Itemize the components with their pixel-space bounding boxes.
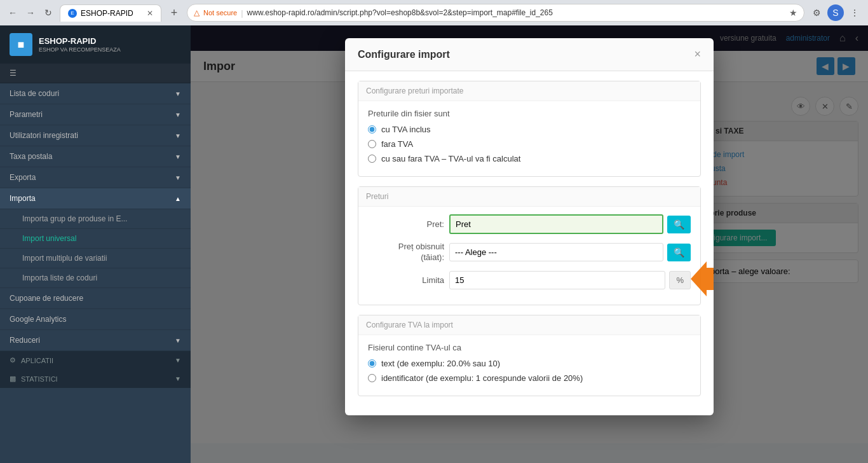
pret-search-button[interactable]: 🔍 (667, 216, 691, 233)
sidebar-item-label: Reduceri (10, 336, 40, 345)
browser-tab[interactable]: E ESHOP-RAPID ✕ (60, 4, 161, 22)
tab-favicon: E (68, 9, 77, 18)
modal-body: Configurare preturi importate Preturile … (345, 71, 714, 415)
radio-tva-identificator-input[interactable] (368, 374, 376, 382)
hamburger-icon: ☰ (10, 69, 17, 78)
section3-title: Configurare TVA la import (358, 315, 700, 335)
sidebar-sub-item-importa-liste[interactable]: Importa liste de coduri (0, 268, 191, 288)
sidebar-item-label: Utilizatori inregistrati (10, 131, 78, 140)
sidebar-item-taxa-postala[interactable]: Taxa postala ▼ (0, 146, 191, 167)
reload-button[interactable]: ↻ (41, 5, 56, 20)
radio-fara-tva-label: fara TVA (381, 139, 413, 149)
radio-cu-sau-fara-tva-label: cu sau fara TVA – TVA-ul va fi calculat (381, 154, 520, 163)
modal-overlay: Configurare import × Configurare preturi… (191, 25, 868, 463)
section-label: Aplicatii (21, 357, 53, 364)
sidebar-toggle[interactable]: ☰ (0, 64, 191, 83)
pret-label: Pret: (368, 219, 444, 229)
radio-fara-tva[interactable]: fara TVA (368, 139, 691, 149)
sidebar-sub-item-import-universal[interactable]: Import universal (0, 229, 191, 249)
sidebar-item-importa[interactable]: Importa ▲ (0, 188, 191, 209)
radio-cu-tva-input[interactable] (368, 125, 376, 134)
bookmark-icon[interactable]: ★ (789, 8, 797, 18)
pret-select[interactable]: PretPret1Pret2 (449, 214, 663, 234)
sub-item-label: Import multiplu de variatii (22, 254, 107, 263)
gear-icon: ⚙ (10, 356, 16, 364)
svg-marker-0 (691, 261, 714, 296)
radio-group-preturi: cu TVA inclus fara TVA cu sau fara TVA –… (368, 125, 691, 163)
sidebar-item-cupoane[interactable]: Cupoane de reducere (0, 288, 191, 309)
radio-fara-tva-input[interactable] (368, 140, 376, 148)
section1-body: Preturile din fisier sunt cu TVA inclus … (358, 101, 700, 176)
section3-body: Fisierul contine TVA-ul ca text (de exem… (358, 335, 700, 396)
forward-button[interactable]: → (23, 5, 38, 20)
pret-obisnuit-select[interactable]: --- Alege --- (449, 243, 663, 261)
radio-tva-text[interactable]: text (de exemplu: 20.0% sau 10) (368, 359, 691, 368)
section-label: Statistici (21, 375, 58, 383)
sidebar-item-label: Taxa postala (10, 152, 52, 161)
sidebar-item-parametri[interactable]: Parametri ▼ (0, 104, 191, 125)
radio-group-tva: text (de exemplu: 20.0% sau 10) identifi… (368, 359, 691, 383)
chevron-icon: ▼ (175, 111, 181, 118)
modal-header: Configurare import × (345, 38, 714, 71)
chevron-icon: ▼ (175, 337, 181, 344)
sidebar-item-exporta[interactable]: Exporta ▼ (0, 167, 191, 188)
extensions-button[interactable]: ⚙ (808, 4, 825, 21)
chevron-icon: ▼ (175, 90, 181, 97)
tab-close-button[interactable]: ✕ (147, 9, 153, 18)
sub-item-label: Import universal (22, 234, 76, 243)
configurare-import-modal: Configurare import × Configurare preturi… (345, 38, 714, 415)
logo-text: ESHOP-RAPID (39, 36, 121, 46)
section2-title: Preturi (358, 187, 700, 207)
chevron-icon: ▼ (175, 357, 181, 364)
pret-control: PretPret1Pret2 🔍 (449, 214, 691, 234)
radio-cu-sau-fara-tva-input[interactable] (368, 155, 376, 163)
preturi-section: Preturi Pret: PretPret1Pret2 🔍 (358, 186, 701, 305)
pret-obisnuit-label: Preț obisnuit(tăiat): (368, 242, 444, 263)
chevron-icon: ▼ (175, 375, 181, 382)
pret-obisnuit-search-button[interactable]: 🔍 (667, 244, 691, 261)
address-bar[interactable]: △ Not secure | www.eshop-rapid.ro/admin/… (187, 4, 804, 22)
sidebar: ■ ESHOP-RAPID ESHOP VA RECOMPENSEAZA ☰ L… (0, 25, 191, 463)
sidebar-item-lista-coduri[interactable]: Lista de coduri ▼ (0, 83, 191, 104)
radio-cu-sau-fara-tva[interactable]: cu sau fara TVA – TVA-ul va fi calculat (368, 154, 691, 163)
pret-obisnuit-control: --- Alege --- 🔍 (449, 243, 691, 261)
sidebar-item-label: Parametri (10, 110, 43, 119)
fisier-label: Fisierul contine TVA-ul ca (368, 343, 691, 352)
sidebar-item-utilizatori[interactable]: Utilizatori inregistrati ▼ (0, 125, 191, 146)
browser-chrome: ← → ↻ E ESHOP-RAPID ✕ + △ Not secure | w… (0, 0, 868, 25)
new-tab-button[interactable]: + (165, 4, 183, 22)
back-button[interactable]: ← (5, 5, 20, 20)
sidebar-item-label: Importa (10, 194, 36, 203)
chevron-up-icon: ▲ (175, 195, 181, 202)
modal-close-button[interactable]: × (694, 48, 701, 61)
sidebar-item-label: Cupoane de reducere (10, 294, 83, 303)
radio-cu-tva[interactable]: cu TVA inclus (368, 125, 691, 134)
logo-text-wrap: ESHOP-RAPID ESHOP VA RECOMPENSEAZA (39, 36, 121, 53)
chart-icon: ▩ (10, 375, 16, 383)
limita-input[interactable]: 15 (449, 271, 665, 289)
radio-tva-identificator-label: identificator (de exemplu: 1 corespunde … (381, 373, 583, 383)
sidebar-sub-item-importa-grup[interactable]: Importa grup de produse in E... (0, 209, 191, 229)
menu-button[interactable]: ⋮ (846, 4, 863, 21)
sidebar-item-label: Exporta (10, 173, 36, 182)
prices-label: Preturile din fisier sunt (368, 109, 691, 118)
arrow-annotation (691, 261, 714, 298)
browser-nav-buttons: ← → ↻ (5, 5, 56, 20)
sidebar-section-statistici: ▩ Statistici ▼ (0, 370, 191, 388)
main-content: versiune gratuita administrator ⌂ ‹ Impo… (191, 25, 868, 463)
limita-control: 15 % (449, 271, 691, 289)
radio-cu-tva-label: cu TVA inclus (381, 125, 431, 134)
profile-button[interactable]: S (827, 4, 844, 21)
logo-icon: ■ (10, 33, 32, 56)
sidebar-item-label: Lista de coduri (10, 89, 59, 98)
sidebar-item-google-analytics[interactable]: Google Analytics (0, 309, 191, 330)
orange-arrow-svg (691, 261, 714, 296)
radio-tva-text-input[interactable] (368, 359, 376, 368)
limita-row: Limita 15 % (368, 271, 691, 289)
sidebar-sub-item-import-multiplu[interactable]: Import multiplu de variatii (0, 249, 191, 268)
modal-title: Configurare import (358, 49, 450, 60)
radio-tva-identificator[interactable]: identificator (de exemplu: 1 corespunde … (368, 373, 691, 383)
radio-tva-text-label: text (de exemplu: 20.0% sau 10) (381, 359, 500, 368)
logo-sub: ESHOP VA RECOMPENSEAZA (39, 46, 121, 53)
sidebar-item-reduceri[interactable]: Reduceri ▼ (0, 330, 191, 351)
